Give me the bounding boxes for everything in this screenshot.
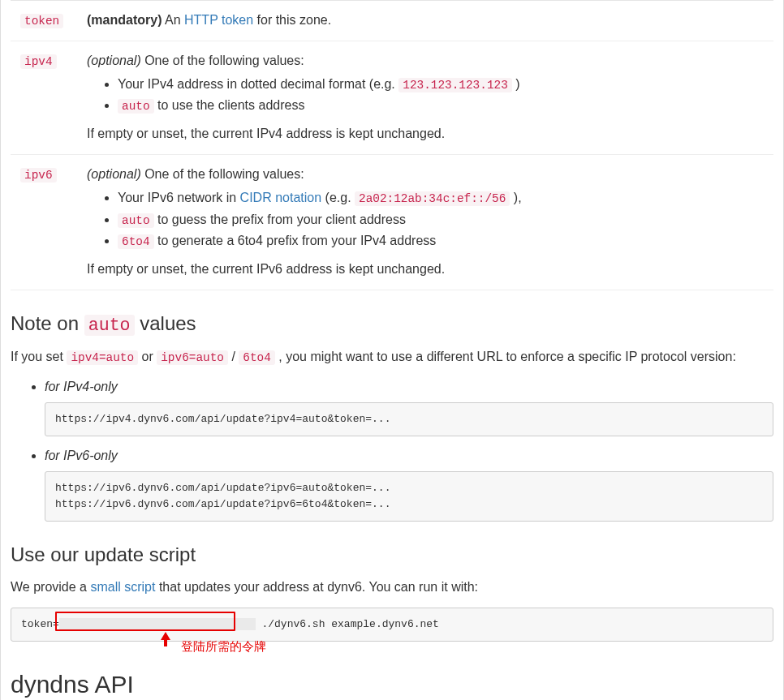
- text: Your IPv6 network in: [118, 191, 240, 204]
- auto-code: auto: [118, 99, 154, 114]
- param-row-ipv4: ipv4 (optional) One of the following val…: [11, 41, 773, 154]
- text: to use the clients address: [154, 98, 305, 112]
- note-sentence: If you set ipv4=auto or ipv6=auto / 6to4…: [11, 347, 773, 367]
- update-script-sentence: We provide a small script that updates y…: [11, 578, 773, 598]
- param-desc-ipv6: (optional) One of the following values: …: [77, 154, 773, 290]
- ipv6-example-code: 2a02:12ab:34c:ef::/56: [355, 191, 510, 206]
- ipv4-only-codeblock[interactable]: https://ipv4.dynv6.com/api/update?ipv4=a…: [45, 402, 773, 436]
- list-item: Your IPv6 network in CIDR notation (e.g.…: [118, 188, 764, 208]
- dyndns-heading: dyndns API: [11, 666, 773, 700]
- param-row-token: token (mandatory) An HTTP token for this…: [11, 1, 773, 41]
- http-token-link[interactable]: HTTP token: [184, 13, 253, 27]
- page-container: token (mandatory) An HTTP token for this…: [0, 0, 784, 700]
- param-key-cell: ipv6: [11, 154, 77, 290]
- param-desc-token: (mandatory) An HTTP token for this zone.: [77, 1, 773, 41]
- ipv4-example-code: 123.123.123.123: [398, 78, 512, 92]
- code-token-masked: [59, 618, 256, 630]
- text: or: [138, 350, 157, 363]
- text: to generate a 6to4 prefix from your IPv4…: [154, 234, 437, 247]
- update-script-codeblock[interactable]: token= ./dynv6.sh example.dynv6.net: [11, 608, 773, 642]
- list-item: auto to guess the prefix from your clien…: [118, 210, 764, 230]
- text: , you might want to use a different URL …: [275, 350, 736, 363]
- param-key-token: token: [20, 14, 63, 28]
- sixtofour-code: 6to4: [118, 234, 154, 249]
- text: An: [162, 13, 184, 27]
- text: We provide a: [11, 580, 90, 594]
- list-item: for IPv4-only https://ipv4.dynv6.com/api…: [45, 377, 773, 436]
- param-table: token (mandatory) An HTTP token for this…: [11, 0, 773, 290]
- param-key-cell: ipv4: [11, 41, 77, 154]
- ipv4-only-label: for IPv4-only: [45, 380, 118, 393]
- mandatory-label: (mandatory): [87, 13, 162, 27]
- text: that updates your address at dynv6. You …: [155, 580, 478, 594]
- code-prefix: token=: [21, 618, 59, 630]
- optional-label: (optional): [87, 167, 141, 181]
- note-heading: Note on auto values: [11, 308, 773, 339]
- auto-code: auto: [118, 213, 154, 228]
- ipv4-auto-code: ipv4=auto: [67, 350, 138, 365]
- param-desc-ipv4: (optional) One of the following values: …: [77, 41, 773, 154]
- ipv6-auto-code: ipv6=auto: [157, 350, 228, 365]
- param-key-cell: token: [11, 1, 77, 41]
- param-row-ipv6: ipv6 (optional) One of the following val…: [11, 154, 773, 290]
- cidr-notation-link[interactable]: CIDR notation: [240, 191, 322, 204]
- text: to guess the prefix from your client add…: [154, 213, 406, 226]
- text: One of the following values:: [141, 54, 304, 67]
- ipv4-empty-note: If empty or unset, the current IPv4 addr…: [87, 124, 764, 144]
- text: ): [512, 77, 520, 91]
- update-script-heading: Use our update script: [11, 539, 773, 569]
- list-item: auto to use the clients address: [118, 96, 764, 116]
- sixtofour-code: 6to4: [239, 350, 275, 365]
- param-key-ipv6: ipv6: [20, 168, 57, 183]
- ipv4-values-list: Your IPv4 address in dotted decimal form…: [103, 75, 764, 117]
- text: ),: [510, 191, 521, 204]
- list-item: for IPv6-only https://ipv6.dynv6.com/api…: [45, 446, 773, 522]
- text: (e.g.: [321, 191, 355, 204]
- token-codeblock-wrap: token= ./dynv6.sh example.dynv6.net 登陆所需…: [11, 608, 773, 642]
- text: /: [228, 350, 239, 363]
- ipv6-only-label: for IPv6-only: [45, 449, 118, 462]
- ipv6-values-list: Your IPv6 network in CIDR notation (e.g.…: [103, 188, 764, 251]
- small-script-link[interactable]: small script: [90, 580, 155, 594]
- text: Your IPv4 address in dotted decimal form…: [118, 77, 398, 91]
- list-item: Your IPv4 address in dotted decimal form…: [118, 75, 764, 95]
- code-suffix: ./dynv6.sh example.dynv6.net: [256, 618, 439, 630]
- ipv6-only-codeblock[interactable]: https://ipv6.dynv6.com/api/update?ipv6=a…: [45, 471, 773, 522]
- text: values: [135, 312, 196, 334]
- text: If you set: [11, 350, 67, 363]
- optional-label: (optional): [87, 54, 141, 67]
- list-item: 6to4 to generate a 6to4 prefix from your…: [118, 231, 764, 251]
- param-key-ipv4: ipv4: [20, 54, 57, 69]
- text: for this zone.: [253, 13, 331, 27]
- text: One of the following values:: [141, 167, 304, 181]
- ipv6-empty-note: If empty or unset, the current IPv6 addr…: [87, 260, 764, 280]
- content: token (mandatory) An HTTP token for this…: [11, 0, 773, 700]
- note-examples-list: for IPv4-only https://ipv4.dynv6.com/api…: [30, 377, 773, 522]
- text: Note on: [11, 312, 84, 334]
- auto-code: auto: [84, 315, 135, 336]
